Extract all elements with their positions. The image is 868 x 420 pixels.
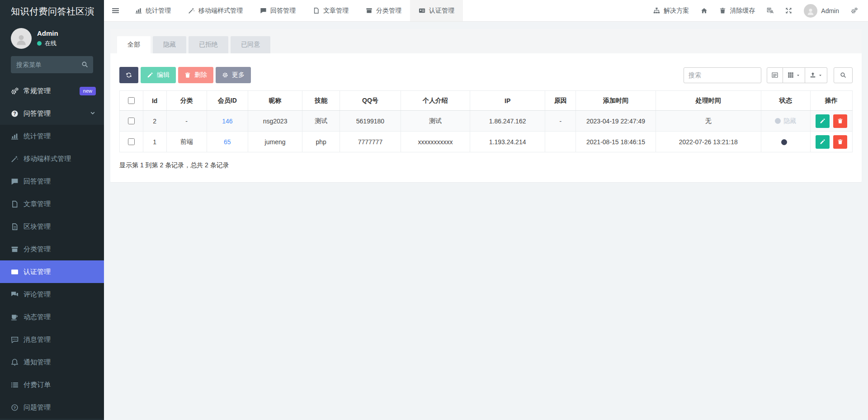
top-tabs: 统计管理 移动端样式管理 回答管理 文章管理 分类管理 认证管理 <box>127 0 463 21</box>
gears-icon <box>11 87 19 95</box>
edit-button[interactable]: 编辑 <box>141 67 176 83</box>
app-window: 知识付费问答社区演 Admin 在线 常规管理 new <box>0 0 868 420</box>
refresh-button[interactable] <box>119 67 138 83</box>
list-icon <box>11 381 19 389</box>
cell-actions <box>810 111 852 132</box>
filter-tab-hidden[interactable]: 隐藏 <box>153 36 186 53</box>
chart-bar-icon <box>135 7 142 14</box>
sidebar-item-general[interactable]: 常规管理 new <box>0 80 104 102</box>
sidebar-item-label: 区块管理 <box>24 222 51 231</box>
filter-tab-all[interactable]: 全部 <box>117 36 151 53</box>
sidebar-item-label: 认证管理 <box>24 268 51 276</box>
tab-articles[interactable]: 文章管理 <box>304 0 357 21</box>
trash-icon <box>837 139 843 145</box>
fullscreen-button[interactable] <box>779 0 798 21</box>
cell-qq: 7777777 <box>340 132 401 152</box>
sidebar-item-label: 评论管理 <box>24 290 51 299</box>
search-button[interactable] <box>834 67 853 83</box>
user-name: Admin <box>37 29 58 37</box>
sidebar-item-notifications[interactable]: 通知管理 <box>0 351 104 373</box>
row-checkbox[interactable] <box>128 118 135 124</box>
export-button[interactable] <box>805 67 827 83</box>
comment-icon <box>260 7 267 14</box>
column-header: 状态 <box>761 91 810 111</box>
sidebar-item-messages[interactable]: 消息管理 <box>0 328 104 351</box>
table-search-input[interactable] <box>684 67 761 83</box>
member-id-link[interactable]: 65 <box>224 138 231 146</box>
columns-button[interactable] <box>783 67 805 83</box>
tab-categories[interactable]: 分类管理 <box>357 0 410 21</box>
file-icon <box>313 7 320 14</box>
row-delete-button[interactable] <box>833 135 847 149</box>
user-status-label: 在线 <box>45 39 57 47</box>
tab-stats[interactable]: 统计管理 <box>127 0 179 21</box>
table-view-buttons <box>767 67 827 83</box>
sidebar-item-label: 文章管理 <box>24 200 51 208</box>
column-header: Id <box>143 91 166 111</box>
tab-label: 回答管理 <box>270 7 296 15</box>
filter-tab-approved[interactable]: 已同意 <box>231 36 270 53</box>
top-navbar: 统计管理 移动端样式管理 回答管理 文章管理 分类管理 认证管理 解决方案 清除… <box>104 0 868 22</box>
sidebar-item-label: 动态管理 <box>24 313 51 321</box>
trash-icon <box>719 7 726 14</box>
hamburger-menu-button[interactable] <box>104 0 127 21</box>
hamburger-icon <box>112 7 119 14</box>
solutions-link[interactable]: 解决方案 <box>647 0 695 21</box>
column-header: QQ号 <box>340 91 401 111</box>
toggle-view-button[interactable] <box>767 67 783 83</box>
sidebar-item-categories[interactable]: 分类管理 <box>0 238 104 260</box>
delete-button[interactable]: 删除 <box>178 67 213 83</box>
online-dot-icon <box>37 41 42 46</box>
grid-icon <box>788 72 794 78</box>
select-all-checkbox[interactable] <box>128 97 135 104</box>
sidebar-item-articles[interactable]: 文章管理 <box>0 193 104 215</box>
app-title: 知识付费问答社区演 <box>0 0 104 23</box>
user-panel: Admin 在线 <box>0 23 104 54</box>
language-button[interactable] <box>761 0 779 21</box>
settings-button[interactable] <box>845 0 863 21</box>
more-button[interactable]: 更多 <box>216 67 251 83</box>
pagination-summary: 显示第 1 到第 2 条记录，总共 2 条记录 <box>119 161 853 170</box>
member-id-link[interactable]: 146 <box>222 118 232 125</box>
sidebar-item-blocks[interactable]: 区块管理 <box>0 215 104 238</box>
cell-process-time: 2022-07-26 13:21:18 <box>656 132 761 152</box>
row-edit-button[interactable] <box>816 135 830 149</box>
clear-cache-button[interactable]: 清除缓存 <box>713 0 761 21</box>
column-header: 添加时间 <box>576 91 656 111</box>
table-row: 1 前端 65 jumeng php 7777777 xxxxxxxxxxx 1… <box>120 132 853 152</box>
sidebar-item-stats[interactable]: 统计管理 <box>0 125 104 147</box>
row-checkbox[interactable] <box>128 138 135 145</box>
filter-tab-rejected[interactable]: 已拒绝 <box>189 36 228 53</box>
user-menu[interactable]: Admin <box>798 0 845 21</box>
tab-certification[interactable]: 认证管理 <box>410 0 463 21</box>
chevron-down-icon <box>90 110 96 117</box>
sidebar-item-certification[interactable]: 认证管理 <box>0 260 104 283</box>
row-edit-button[interactable] <box>816 114 830 128</box>
sitemap-icon <box>653 7 660 14</box>
sidebar-item-qa[interactable]: 问答管理 <box>0 102 104 125</box>
panel-heading: 全部 隐藏 已拒绝 已同意 <box>110 29 862 53</box>
tab-label: 分类管理 <box>376 7 401 15</box>
column-header: 个人介绍 <box>401 91 470 111</box>
navbar-right: 解决方案 清除缓存 Admin <box>647 0 868 21</box>
magic-wand-icon <box>11 155 19 163</box>
status-dot-icon <box>775 118 781 124</box>
sidebar-item-answers[interactable]: 回答管理 <box>0 170 104 193</box>
bell-icon <box>11 359 19 366</box>
sidebar-item-paid-orders[interactable]: 付费订单 <box>0 373 104 396</box>
file-lines-icon <box>11 223 19 231</box>
home-button[interactable] <box>695 0 713 21</box>
column-header: 原因 <box>545 91 576 111</box>
cell-skill: 测试 <box>302 111 340 132</box>
row-delete-button[interactable] <box>833 114 847 128</box>
avatar <box>11 28 32 49</box>
sidebar-item-questions[interactable]: 问题管理 <box>0 396 104 419</box>
tab-answers[interactable]: 回答管理 <box>251 0 304 21</box>
user-status: 在线 <box>37 39 58 47</box>
sidebar-item-moments[interactable]: 动态管理 <box>0 306 104 328</box>
sidebar-item-comments[interactable]: 评论管理 <box>0 283 104 306</box>
menu-search-input[interactable] <box>11 56 93 73</box>
tab-mobile-style[interactable]: 移动端样式管理 <box>179 0 251 21</box>
sidebar-item-mobile-style[interactable]: 移动端样式管理 <box>0 147 104 170</box>
sidebar-menu: 常规管理 new 问答管理 统计管理 移动端样式管理 回答管理 文章管理 区块管… <box>0 80 104 420</box>
